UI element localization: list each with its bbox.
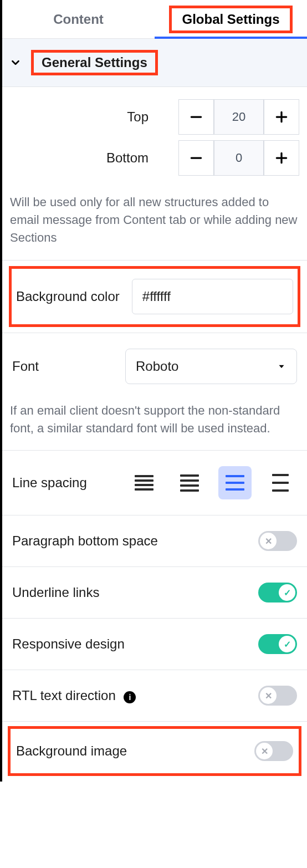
padding-bottom-value[interactable]: 0 (214, 140, 264, 176)
accordion-title: General Settings (42, 55, 147, 70)
rtl-label: RTL text direction i (12, 688, 136, 703)
padding-top-row: Top 20 (10, 99, 299, 135)
check-icon: ✓ (284, 588, 291, 598)
paragraph-bottom-toggle[interactable]: ✕ (258, 531, 297, 551)
rtl-row: RTL text direction i ✕ (2, 670, 307, 721)
minus-icon (189, 110, 203, 124)
responsive-design-row: Responsive design ✓ (2, 619, 307, 670)
paragraph-bottom-label: Paragraph bottom space (12, 533, 158, 549)
underline-links-row: Underline links ✓ (2, 567, 307, 618)
font-label: Font (12, 359, 39, 374)
tab-content-label: Content (53, 12, 104, 27)
underline-links-toggle[interactable]: ✓ (258, 583, 297, 603)
padding-top-value[interactable]: 20 (214, 99, 264, 135)
caret-down-icon (277, 361, 286, 371)
padding-bottom-decrement[interactable] (178, 140, 214, 176)
background-image-label: Background image (16, 743, 127, 759)
font-row: Font Roboto (2, 333, 307, 400)
padding-top-decrement[interactable] (178, 99, 214, 135)
background-color-value: #ffffff (142, 289, 171, 304)
tabs: Content Global Settings (2, 0, 307, 39)
background-color-row: Background color #ffffff (12, 269, 298, 324)
x-icon: ✕ (265, 536, 272, 547)
underline-links-label: Underline links (12, 585, 99, 600)
padding-bottom-increment[interactable] (264, 140, 299, 176)
responsive-design-toggle[interactable]: ✓ (258, 634, 297, 654)
background-color-input[interactable]: #ffffff (132, 279, 293, 314)
line-spacing-wider[interactable] (264, 466, 297, 499)
minus-icon (189, 151, 203, 165)
padding-top-increment[interactable] (264, 99, 299, 135)
font-helper: If an email client doesn't support the n… (2, 400, 307, 451)
padding-bottom-label: Bottom (10, 150, 176, 166)
info-icon[interactable]: i (124, 691, 136, 703)
padding-group: Top 20 Bottom 0 (2, 87, 307, 191)
responsive-design-label: Responsive design (12, 636, 125, 652)
accordion-general-settings[interactable]: General Settings (2, 39, 307, 87)
paragraph-bottom-row: Paragraph bottom space ✕ (2, 515, 307, 566)
line-spacing-tight[interactable] (127, 466, 161, 499)
font-select[interactable]: Roboto (125, 349, 297, 384)
line-spacing-loose[interactable] (218, 466, 252, 499)
padding-bottom-row: Bottom 0 (10, 140, 299, 176)
background-image-toggle[interactable]: ✕ (254, 741, 293, 761)
background-color-label: Background color (16, 289, 120, 304)
line-spacing-group (127, 466, 297, 499)
check-icon: ✓ (284, 639, 291, 650)
padding-helper: Will be used only for all new structures… (2, 191, 307, 260)
padding-top-label: Top (10, 109, 176, 125)
tab-global-settings[interactable]: Global Settings (155, 0, 307, 38)
tab-global-settings-label: Global Settings (182, 12, 279, 27)
background-image-row: Background image ✕ (11, 729, 299, 773)
chevron-down-icon (8, 55, 23, 70)
line-spacing-normal[interactable] (173, 466, 206, 499)
x-icon: ✕ (261, 746, 268, 757)
tab-content[interactable]: Content (2, 0, 155, 38)
plus-icon (274, 151, 289, 165)
line-spacing-row: Line spacing (2, 451, 307, 515)
plus-icon (274, 110, 289, 124)
font-value: Roboto (136, 359, 178, 374)
rtl-toggle[interactable]: ✕ (258, 686, 297, 706)
x-icon: ✕ (265, 691, 272, 701)
line-spacing-label: Line spacing (12, 475, 87, 491)
